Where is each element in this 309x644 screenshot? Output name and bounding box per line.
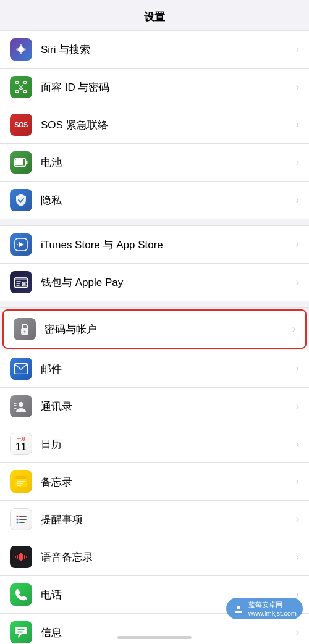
sos-icon: SOS: [10, 114, 32, 136]
siri-icon: [10, 38, 32, 61]
home-indicator: [117, 636, 192, 639]
voice-icon: [10, 546, 32, 568]
svg-point-26: [24, 331, 26, 333]
passwords-label: 密码与帐户: [44, 322, 287, 337]
section-3-list: 密码与帐户 › 邮件 ›: [0, 307, 309, 644]
privacy-chevron: ›: [296, 194, 299, 206]
row-battery[interactable]: 电池 ›: [0, 144, 309, 182]
calendar-label: 日历: [41, 437, 291, 451]
calendar-chevron: ›: [296, 438, 299, 450]
battery-icon: [10, 151, 32, 174]
row-mail[interactable]: 邮件 ›: [0, 350, 309, 388]
row-itunes[interactable]: iTunes Store 与 App Store ›: [0, 226, 309, 264]
svg-point-5: [22, 48, 26, 51]
itunes-chevron: ›: [296, 239, 299, 250]
svg-point-38: [17, 516, 19, 517]
svg-point-28: [19, 402, 23, 407]
svg-point-40: [17, 522, 19, 524]
reminders-chevron: ›: [296, 514, 299, 525]
section-1: Siri 与搜索 › 面容 ID 与密码 › SO: [0, 30, 309, 219]
notes-chevron: ›: [296, 476, 299, 487]
privacy-label: 隐私: [41, 193, 291, 207]
wallet-label: 钱包与 Apple Pay: [41, 275, 291, 290]
wallet-chevron: ›: [296, 277, 299, 288]
mail-label: 邮件: [41, 362, 291, 376]
svg-rect-48: [22, 554, 23, 560]
svg-point-11: [22, 85, 23, 86]
battery-label: 电池: [41, 156, 291, 170]
svg-rect-44: [15, 556, 16, 558]
svg-rect-19: [15, 277, 28, 280]
passwords-icon: [14, 318, 36, 340]
svg-rect-50: [26, 556, 27, 558]
row-voice[interactable]: 语音备忘录 ›: [0, 538, 309, 576]
itunes-label: iTunes Store 与 App Store: [41, 238, 291, 252]
svg-rect-8: [15, 91, 19, 93]
reminders-icon: [10, 508, 32, 530]
row-notes[interactable]: 备忘录 ›: [0, 463, 309, 501]
row-privacy[interactable]: 隐私 ›: [0, 182, 309, 219]
svg-rect-45: [17, 555, 18, 559]
svg-rect-47: [20, 553, 22, 561]
section-2: iTunes Store 与 App Store › 钱包与 Apple Pay…: [0, 225, 309, 301]
itunes-icon: [10, 233, 32, 256]
faceid-label: 面容 ID 与密码: [41, 80, 291, 94]
section-2-list: iTunes Store 与 App Store › 钱包与 Apple Pay…: [0, 225, 309, 301]
contacts-chevron: ›: [296, 401, 299, 412]
svg-rect-49: [24, 555, 25, 559]
watermark-url: www.lmkjst.com: [248, 609, 297, 617]
faceid-icon: [10, 76, 32, 98]
svg-rect-33: [15, 476, 27, 479]
notes-icon: [10, 470, 32, 493]
row-reminders[interactable]: 提醒事项 ›: [0, 501, 309, 538]
voice-label: 语音备忘录: [41, 550, 291, 564]
reminders-label: 提醒事项: [41, 512, 291, 527]
section-3: 密码与帐户 › 邮件 ›: [0, 307, 309, 644]
svg-point-20: [23, 283, 26, 286]
phone-icon: [10, 583, 32, 606]
sos-label: SOS 紧急联络: [41, 118, 291, 132]
svg-point-54: [237, 606, 240, 609]
svg-rect-14: [26, 161, 28, 164]
siri-chevron: ›: [296, 44, 299, 55]
page-title: 设置: [0, 0, 309, 30]
svg-point-39: [17, 519, 19, 521]
svg-rect-7: [23, 82, 27, 83]
svg-point-3: [20, 51, 22, 54]
row-wallet[interactable]: 钱包与 Apple Pay ›: [0, 264, 309, 301]
svg-point-10: [19, 85, 20, 86]
row-faceid[interactable]: 面容 ID 与密码 ›: [0, 69, 309, 106]
messages-chevron: ›: [296, 627, 299, 638]
watermark-site: 蓝莓安卓网: [248, 600, 297, 609]
contacts-label: 通讯录: [41, 399, 291, 414]
row-contacts[interactable]: 通讯录 ›: [0, 388, 309, 425]
svg-rect-9: [23, 91, 27, 93]
watermark: 蓝莓安卓网 www.lmkjst.com: [226, 598, 303, 619]
svg-point-2: [20, 44, 22, 48]
passwords-chevron: ›: [292, 324, 295, 335]
mail-chevron: ›: [296, 363, 299, 374]
row-calendar[interactable]: 一月 11 日历 ›: [0, 425, 309, 463]
faceid-chevron: ›: [296, 82, 299, 93]
messages-icon: [10, 621, 32, 643]
svg-rect-46: [19, 554, 20, 560]
row-passwords[interactable]: 密码与帐户 ›: [2, 309, 307, 349]
row-siri[interactable]: Siri 与搜索 ›: [0, 31, 309, 69]
siri-label: Siri 与搜索: [41, 43, 291, 57]
row-sos[interactable]: SOS SOS 紧急联络 ›: [0, 106, 309, 144]
battery-chevron: ›: [296, 157, 299, 168]
svg-rect-6: [15, 82, 19, 83]
sos-chevron: ›: [296, 119, 299, 130]
notes-label: 备忘录: [41, 475, 291, 489]
section-1-list: Siri 与搜索 › 面容 ID 与密码 › SO: [0, 30, 309, 219]
privacy-icon: [10, 189, 32, 211]
wallet-icon: [10, 271, 32, 293]
svg-rect-27: [15, 364, 28, 374]
svg-rect-15: [15, 159, 23, 165]
calendar-icon: 一月 11: [10, 433, 32, 455]
voice-chevron: ›: [296, 551, 299, 562]
mail-icon: [10, 358, 32, 380]
svg-point-4: [16, 48, 20, 51]
contacts-icon: [10, 395, 32, 417]
